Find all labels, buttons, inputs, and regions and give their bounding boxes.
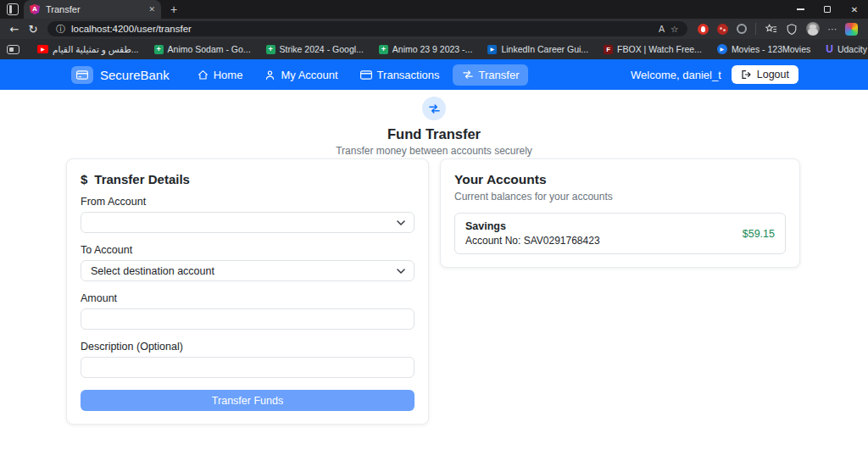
sheets-icon: + xyxy=(379,45,388,54)
bookmark-label: FBOX | Watch Free... xyxy=(617,44,702,54)
nav-item-label: Transactions xyxy=(377,69,440,81)
nav-item-label: Home xyxy=(214,69,243,81)
extension-darkred-icon[interactable] xyxy=(717,24,728,35)
person-icon xyxy=(264,69,275,81)
close-button[interactable]: ✕ xyxy=(841,0,868,19)
minimize-icon xyxy=(797,8,804,10)
account-info: Savings Account No: SAV0291768423 xyxy=(465,220,600,247)
logout-label: Logout xyxy=(757,69,789,81)
welcome-text: Welcome, daniel_t xyxy=(631,69,721,81)
youtube-icon: ▶ xyxy=(37,45,48,53)
bookmarks-bar: ▶ طقس و تمثيلية القيام... + Animo Sodam … xyxy=(0,39,868,59)
page-content: Fund Transfer Transfer money between acc… xyxy=(0,90,868,461)
description-input[interactable] xyxy=(81,357,415,378)
read-aloud-icon[interactable]: A xyxy=(659,24,665,34)
page-header: Fund Transfer Transfer money between acc… xyxy=(0,90,868,157)
collections-icon[interactable] xyxy=(7,45,19,54)
bookmark-label: Movies - 123Movies xyxy=(732,44,810,54)
browser-window: A Transfer ✕ + ✕ ← ↻ ⓘ localhost:4200/us… xyxy=(0,0,868,461)
logout-button[interactable]: Logout xyxy=(732,65,798,84)
bookmark-item[interactable]: ▶ طقس و تمثيلية القيام... xyxy=(37,44,139,54)
tab-favicon-icon: A xyxy=(30,4,40,14)
nav-item-label: Transfer xyxy=(479,69,520,81)
refresh-button[interactable]: ↻ xyxy=(24,23,42,36)
to-account-value: Select destination account xyxy=(91,265,214,277)
bookmark-label: Udacity Dashboard xyxy=(837,44,868,54)
tab-title: Transfer xyxy=(46,4,142,14)
favorites-hub-icon[interactable] xyxy=(765,23,777,36)
home-icon xyxy=(198,69,209,81)
more-menu-icon[interactable]: ⋯ xyxy=(828,24,837,34)
transfer-details-title: Transfer Details xyxy=(94,172,190,186)
page-title: Fund Transfer xyxy=(0,126,868,142)
bookmark-item[interactable]: + Animo Sodam - Go... xyxy=(154,44,251,54)
shield-icon[interactable] xyxy=(786,23,798,36)
window-controls: ✕ xyxy=(787,0,868,19)
chevron-down-icon xyxy=(397,269,405,274)
favorite-star-icon[interactable]: ☆ xyxy=(670,24,678,34)
fbox-icon: F xyxy=(604,45,613,54)
bookmark-label: Animo 23 9 2023 -... xyxy=(392,44,473,54)
bookmark-item[interactable]: U Udacity Dashboard xyxy=(826,44,868,54)
tab-actions-icon[interactable] xyxy=(7,3,19,15)
chevron-down-icon xyxy=(397,220,405,225)
transfer-details-card: $ Transfer Details From Account To Accou… xyxy=(66,158,429,425)
your-accounts-card: Your Accounts Current balances for your … xyxy=(440,158,800,268)
page-subtitle: Transfer money between accounts securely xyxy=(0,145,868,157)
card-icon xyxy=(360,70,372,80)
linkedin-video-icon: ▶ xyxy=(487,45,497,54)
transfer-funds-button[interactable]: Transfer Funds xyxy=(81,390,415,411)
maximize-icon xyxy=(824,6,831,13)
amount-input[interactable] xyxy=(81,308,415,330)
bookmark-label: Animo Sodam - Go... xyxy=(168,44,251,54)
movies-icon: ▶ xyxy=(717,44,727,54)
back-button[interactable]: ← xyxy=(5,23,24,36)
transfer-details-header: $ Transfer Details xyxy=(81,172,415,186)
sheets-icon: + xyxy=(266,45,275,54)
new-tab-button[interactable]: + xyxy=(166,2,181,17)
bookmark-label: Strike 2024 - Googl... xyxy=(280,44,364,54)
dollar-icon: $ xyxy=(81,172,87,186)
account-number: Account No: SAV0291768423 xyxy=(465,235,600,247)
account-name: Savings xyxy=(465,220,600,232)
site-info-icon[interactable]: ⓘ xyxy=(56,23,65,36)
bookmark-item[interactable]: + Animo 23 9 2023 -... xyxy=(379,44,473,54)
minimize-button[interactable] xyxy=(787,0,814,19)
url-text[interactable]: localhost:4200/user/transfer xyxy=(71,24,653,34)
sidebar-app-icon[interactable] xyxy=(845,23,858,36)
bookmark-item[interactable]: ▶ LinkedIn Career Gui... xyxy=(487,44,588,54)
toolbar-divider xyxy=(755,23,756,35)
bookmark-item[interactable]: F FBOX | Watch Free... xyxy=(604,44,702,54)
sheets-icon: + xyxy=(154,45,164,54)
nav-item-my-account[interactable]: My Account xyxy=(255,64,347,86)
your-accounts-title: Your Accounts xyxy=(454,172,786,187)
brand[interactable]: SecureBank xyxy=(71,66,170,84)
maximize-button[interactable] xyxy=(814,0,841,19)
bank-card-icon xyxy=(71,66,93,84)
nav-item-label: My Account xyxy=(281,69,337,81)
from-account-label: From Account xyxy=(81,196,415,208)
from-account-select[interactable] xyxy=(81,212,415,233)
logout-icon xyxy=(741,69,752,80)
udacity-icon: U xyxy=(826,44,833,54)
bookmark-label: LinkedIn Career Gui... xyxy=(501,44,588,54)
nav-item-home[interactable]: Home xyxy=(188,64,253,86)
bookmark-item[interactable]: ▶ Movies - 123Movies xyxy=(717,44,810,54)
browser-tab[interactable]: A Transfer ✕ xyxy=(24,0,161,19)
browser-titlebar: A Transfer ✕ + ✕ xyxy=(0,0,868,19)
tab-close-icon[interactable]: ✕ xyxy=(148,6,155,14)
your-accounts-subtitle: Current balances for your accounts xyxy=(454,191,786,203)
amount-label: Amount xyxy=(81,292,415,304)
nav-item-transfer[interactable]: Transfer xyxy=(453,64,529,86)
to-account-select[interactable]: Select destination account xyxy=(81,260,415,281)
account-balance: $59.15 xyxy=(743,228,775,240)
nav-item-transactions[interactable]: Transactions xyxy=(351,64,449,86)
profile-avatar[interactable] xyxy=(806,22,820,36)
description-label: Description (Optional) xyxy=(81,341,415,353)
extension-gray-icon[interactable] xyxy=(737,24,747,34)
extension-red-icon[interactable] xyxy=(698,24,709,35)
bookmark-item[interactable]: + Strike 2024 - Googl... xyxy=(266,44,364,54)
to-account-label: To Account xyxy=(81,244,415,256)
cards-row: $ Transfer Details From Account To Accou… xyxy=(66,158,800,425)
address-bar[interactable]: ⓘ localhost:4200/user/transfer A ☆ xyxy=(47,21,687,36)
